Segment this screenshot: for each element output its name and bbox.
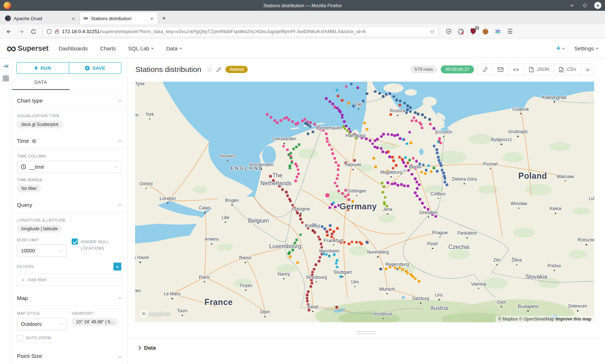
window-maximize-icon[interactable] [581,2,588,9]
station-point[interactable] [348,198,350,201]
export-csv-button[interactable]: .CSV [554,64,581,75]
station-point[interactable] [417,113,420,115]
favorite-star-icon[interactable]: ☆ [206,65,212,74]
copy-link-button[interactable] [478,64,493,75]
station-point[interactable] [336,177,339,180]
station-point[interactable] [321,225,324,228]
window-minimize-icon[interactable] [568,2,575,9]
attribution-improve-link[interactable]: Improve this map [556,317,591,322]
forward-icon[interactable] [16,26,27,37]
station-point[interactable] [382,133,385,136]
extension-shield-icon[interactable] [445,28,452,35]
extension-cookie-icon[interactable] [482,28,489,35]
station-point[interactable] [444,181,447,183]
station-point[interactable] [428,118,431,121]
station-point[interactable] [404,165,407,168]
reload-icon[interactable] [28,26,39,37]
station-point[interactable] [291,161,293,164]
station-point[interactable] [382,95,385,98]
station-point[interactable] [344,195,347,198]
expand-panel-icon[interactable] [3,63,9,69]
station-point[interactable] [286,194,289,197]
save-button[interactable]: SAVE [69,63,121,73]
export-json-button[interactable]: .JSON [524,64,554,75]
checkbox-checked-icon[interactable] [72,238,78,245]
station-point[interactable] [346,129,349,132]
edit-properties-icon[interactable] [216,67,222,72]
station-point[interactable] [299,218,302,220]
extension-ublock-icon[interactable]: 2 [470,28,477,35]
station-point[interactable] [347,102,350,105]
station-point[interactable] [363,122,366,124]
station-point[interactable] [336,266,339,269]
station-point[interactable] [296,211,299,214]
station-point[interactable] [325,132,328,135]
station-point[interactable] [409,141,412,144]
station-point[interactable] [434,215,437,218]
station-point[interactable] [337,164,340,167]
station-point[interactable] [401,268,404,271]
station-point[interactable] [309,121,312,124]
resize-drag-handle[interactable] [357,331,376,336]
station-point[interactable] [366,92,368,95]
station-point[interactable] [306,300,309,302]
window-close-icon[interactable]: × [594,2,601,9]
station-point[interactable] [425,169,428,172]
station-point[interactable] [335,306,338,309]
station-point[interactable] [298,143,301,146]
station-point[interactable] [405,111,408,114]
station-point[interactable] [329,228,332,231]
station-point[interactable] [347,194,350,196]
url-text[interactable]: 172.18.0.4:32251/superset/explore/?form_… [62,29,427,34]
nav-item-dashboards[interactable]: Dashboards [59,45,88,51]
station-point[interactable] [306,297,309,300]
new-chart-plus-button[interactable]: + [556,44,565,53]
mapbox-logo[interactable]: m mapbox [140,310,171,317]
station-point[interactable] [333,253,336,256]
station-point[interactable] [314,263,317,266]
bookmark-star-icon[interactable]: ☆ [430,28,435,35]
station-point[interactable] [306,294,309,296]
station-point[interactable] [266,113,269,116]
station-point[interactable] [395,164,398,167]
menu-hamburger-icon[interactable]: ☰ [506,28,514,35]
station-point[interactable] [408,159,411,161]
station-point[interactable] [393,134,396,137]
station-point[interactable] [405,142,408,145]
station-point[interactable] [389,92,391,95]
tab-data[interactable]: DATA [12,79,70,90]
station-point[interactable] [441,169,444,172]
station-point[interactable] [332,230,335,233]
station-point[interactable] [336,89,339,92]
section-chart-type[interactable]: Chart type [12,90,127,108]
station-point[interactable] [382,185,385,188]
station-point[interactable] [326,137,328,140]
station-point[interactable] [335,262,338,265]
station-point[interactable] [326,234,329,237]
station-point[interactable] [341,192,344,195]
station-point[interactable] [399,104,402,106]
section-map[interactable]: Map [12,288,127,306]
station-point[interactable] [442,172,445,174]
station-point[interactable] [392,159,395,162]
station-point[interactable] [286,149,289,151]
station-point[interactable] [309,285,312,288]
station-point[interactable] [436,170,439,173]
station-point[interactable] [436,151,439,154]
add-filter-plus-button[interactable]: + [113,263,121,270]
station-point[interactable] [299,214,302,217]
station-point[interactable] [279,119,282,122]
auto-zoom-checkbox[interactable]: AUTO ZOOM [17,335,121,341]
station-point[interactable] [353,159,356,162]
station-point[interactable] [388,155,391,158]
station-point[interactable] [416,181,418,183]
station-point[interactable] [269,175,272,178]
station-point[interactable] [281,188,284,191]
station-point[interactable] [323,227,326,230]
station-point[interactable] [332,201,335,204]
station-point[interactable] [376,146,379,149]
section-point-size[interactable]: Point Size [12,343,127,364]
chart-menu-button[interactable]: ≡ [581,64,594,75]
lock-insecure-icon[interactable] [54,29,59,34]
station-point[interactable] [326,140,329,143]
